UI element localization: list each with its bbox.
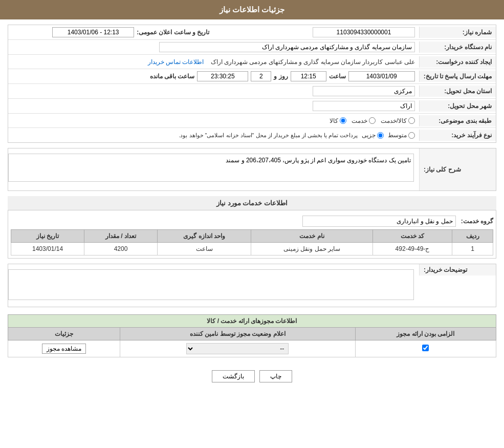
remaining-label: ساعت باقی مانده [150,73,195,80]
service-row-name: سایر حمل ونقل زمینی [251,243,373,255]
delivery-province-label: استان محل تحویل: [419,86,496,97]
subject-category-row: طبقه بندی موضوعی: کالا/خدمت خدمت [8,114,496,128]
requester-text: علی عباسی کاربردار سازمان سرمایه گذاری و… [211,58,415,66]
process-note: پرداخت تمام یا بخشی از مبلغ خریدار از مح… [179,132,358,139]
service-group-input[interactable] [302,216,456,227]
page-wrapper: جزئیات اطلاعات نیاز شماره نیاز: تاریخ و … [0,0,504,448]
col-unit: واحد اندازه گیری [158,230,251,243]
delivery-city-input[interactable] [313,101,415,111]
need-desc-content [8,148,419,190]
buyer-org-row: نام دستگاه خریدار: [8,40,496,55]
need-desc-text [11,186,417,188]
permits-details-cell: مشاهده مجوز [8,340,120,357]
need-number-input[interactable] [313,27,415,37]
services-section: اطلاعات خدمات مورد نیاز گروه خدمت: ردیف … [8,196,496,259]
view-permit-button[interactable]: مشاهده مجوز [42,344,86,354]
permits-header: اطلاعات مجوزهای ارائه خدمت / کالا [8,314,496,327]
need-number-label: شماره نیاز: [419,27,496,38]
radio-motavaset: متوسط [388,132,415,139]
bottom-buttons: چاپ بازگشت [8,362,496,390]
col-service-code: کد خدمت [372,230,452,243]
col-row: ردیف [452,230,493,243]
requester-contact-link[interactable]: اطلاعات تماس خریدار [148,58,204,66]
permits-table: الزامی بودن ارائه مجوز اعلام وضعیت مجوز … [8,327,496,357]
process-type-value: متوسط جزیی پرداخت تمام یا بخشی از مبلغ خ… [8,130,419,141]
permits-col-mandatory: الزامی بودن ارائه مجوز [355,328,496,340]
buyer-notes-content [8,264,419,307]
buyer-notes-textarea[interactable] [8,269,414,300]
delivery-city-label: شهر محل تحویل: [419,100,496,112]
info-section: شماره نیاز: تاریخ و ساعت اعلان عمومی: نا… [8,25,496,143]
page-title: جزئیات اطلاعات نیاز [220,5,284,14]
announce-date-label: تاریخ و ساعت اعلان عمومی: [137,29,209,36]
services-content: گروه خدمت: ردیف کد خدمت نام خدمت واحد ان… [8,210,496,259]
permits-status-cell: -- [120,340,355,357]
response-deadline-fields: ساعت روز و ساعت باقی مانده [8,69,419,83]
service-row: 1 ح-49-49-492 سایر حمل ونقل زمینی ساعت 4… [11,243,493,255]
buyer-org-value [8,40,419,54]
radio-kala-khedmat-label: کالا/خدمت [381,117,407,124]
col-service-name: نام خدمت [251,230,373,243]
response-days-input[interactable] [251,71,271,81]
buyer-org-input[interactable] [159,42,415,52]
delivery-province-row: استان محل تحویل: [8,84,496,99]
radio-kala-khedmat-input[interactable] [408,117,415,124]
process-type-row: نوع فرآیند خرید: متوسط جزیی پرداخت تمام … [8,128,496,142]
delivery-province-input[interactable] [313,86,415,96]
service-row-date: 1403/01/14 [11,243,84,255]
day-label: روز و [274,73,288,80]
need-desc-label: شرح کلی نیاز: [419,148,496,190]
radio-jazee-label: جزیی [362,132,376,139]
requester-value: علی عباسی کاربردار سازمان سرمایه گذاری و… [8,56,419,68]
announce-datetime-input[interactable] [52,27,134,37]
buyer-notes-section: توضیحات خریدار: [8,264,496,307]
process-type-label: نوع فرآیند خرید: [419,130,496,141]
back-button[interactable]: بازگشت [212,370,255,382]
delivery-province-value [8,84,419,98]
permits-row: -- مشاهده مجوز [8,340,496,357]
permits-col-details: جزئیات [8,328,120,340]
announce-date-fields: تاریخ و ساعت اعلان عمومی: [8,25,214,39]
radio-kala-label: کالا [330,117,338,124]
need-desc-section: شرح کلی نیاز: [8,148,496,191]
delivery-city-row: شهر محل تحویل: [8,99,496,114]
permits-checkbox[interactable] [422,345,429,351]
service-row-unit: ساعت [158,243,251,255]
col-quantity: تعداد / مقدار [84,230,158,243]
print-button[interactable]: چاپ [259,370,292,382]
subject-category-value: کالا/خدمت خدمت کالا [8,115,419,126]
buyer-org-label: نام دستگاه خریدار: [419,41,496,53]
page-header: جزئیات اطلاعات نیاز [0,0,504,19]
radio-motavaset-input[interactable] [408,132,415,139]
radio-kala-input[interactable] [340,117,346,124]
response-time-input[interactable] [291,71,326,81]
permits-status-select[interactable]: -- [186,343,289,354]
services-section-header: اطلاعات خدمات مورد نیاز [8,196,496,210]
delivery-city-value [8,99,419,113]
response-date-input[interactable] [348,71,415,81]
radio-kala: کالا [330,117,346,124]
service-group-label: گروه خدمت: [461,218,493,225]
response-hours-input[interactable] [197,71,248,81]
radio-motavaset-label: متوسط [388,132,407,139]
radio-khedmat-input[interactable] [369,117,376,124]
subject-category-label: طبقه بندی موضوعی: [419,115,496,126]
need-desc-textarea[interactable] [8,154,414,182]
radio-khedmat-label: خدمت [352,117,367,124]
need-number-row: شماره نیاز: تاریخ و ساعت اعلان عمومی: [8,25,496,40]
radio-jazee: جزیی [362,132,384,139]
service-row-quantity: 4200 [84,243,158,255]
service-group-row: گروه خدمت: [11,213,493,229]
subject-radio-group: کالا/خدمت خدمت کالا [12,117,415,124]
requester-label: ایجاد کننده درخواست: [419,56,496,68]
main-content: شماره نیاز: تاریخ و ساعت اعلان عمومی: نا… [0,19,504,395]
need-number-value [214,25,420,39]
permits-col-status: اعلام وضعیت مجوز توسط نامین کننده [120,328,355,340]
radio-jazee-input[interactable] [377,132,384,139]
permits-checkbox-cell [355,340,496,357]
radio-kala-khedmat: کالا/خدمت [381,117,415,124]
service-row-num: 1 [452,243,493,255]
radio-khedmat: خدمت [352,117,376,124]
time-label: ساعت [329,73,346,80]
response-deadline-label: مهلت ارسال پاسخ تا تاریخ: [419,71,496,82]
